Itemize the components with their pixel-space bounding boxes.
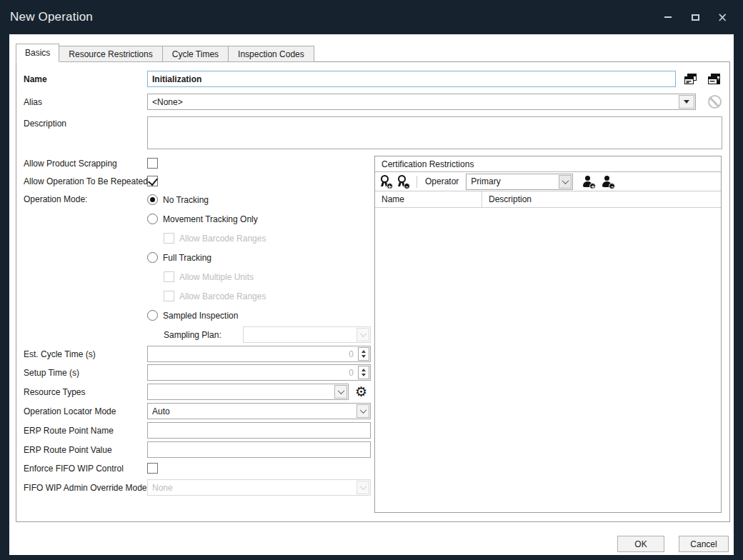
- add-certification-icon[interactable]: +: [379, 175, 392, 188]
- alias-dropdown-button[interactable]: [679, 95, 694, 109]
- no-tracking-label: No Tracking: [163, 195, 209, 205]
- movement-allow-barcode-checkbox: [164, 233, 174, 244]
- full-allow-multiple-units-label: Allow Multiple Units: [179, 272, 254, 282]
- operation-locator-label: Operation Locator Mode: [24, 406, 147, 416]
- enforce-fifo-checkbox[interactable]: [147, 463, 158, 474]
- resource-types-settings-gear-icon[interactable]: ⚙: [355, 385, 367, 399]
- full-allow-barcode-row: Allow Barcode Ranges: [164, 286, 371, 306]
- radio-no-tracking[interactable]: No Tracking: [147, 190, 371, 209]
- fifo-admin-override-combobox: None: [147, 479, 371, 496]
- column-header-description[interactable]: Description: [482, 191, 721, 207]
- sampled-inspection-radio[interactable]: [147, 310, 158, 321]
- chevron-down-icon: [359, 406, 366, 414]
- sampling-plan-label: Sampling Plan:: [164, 330, 243, 340]
- chevron-down-icon: [337, 387, 344, 394]
- est-cycle-time-spinner[interactable]: 0: [147, 346, 371, 362]
- spin-up-icon[interactable]: [361, 369, 366, 371]
- window-title: New Operation: [10, 10, 93, 24]
- movement-tracking-radio[interactable]: [147, 214, 158, 224]
- chevron-down-icon: [562, 177, 569, 184]
- radio-sampled-inspection[interactable]: Sampled Inspection: [147, 306, 371, 325]
- localized-text-edit-icon[interactable]: [707, 73, 721, 85]
- operation-locator-dropdown-button[interactable]: [356, 404, 369, 418]
- alias-row: Alias <None>: [24, 94, 729, 110]
- maximize-icon: [692, 14, 699, 21]
- full-tracking-radio[interactable]: [147, 252, 158, 263]
- clear-alias-icon: [708, 95, 722, 109]
- full-allow-barcode-label: Allow Barcode Ranges: [179, 291, 266, 301]
- alias-combobox[interactable]: <None>: [147, 94, 696, 110]
- allow-operation-repeated-checkbox[interactable]: [147, 176, 158, 186]
- sampling-plan-row: Sampling Plan:: [164, 325, 371, 344]
- spin-down-icon[interactable]: [361, 374, 366, 376]
- localized-text-icon[interactable]: [684, 73, 697, 85]
- dialog-content: Basics Resource Restrictions Cycle Times…: [9, 34, 734, 555]
- movement-tracking-label: Movement Tracking Only: [163, 214, 258, 224]
- erp-route-point-name-input[interactable]: [147, 422, 371, 439]
- operation-locator-value: Auto: [148, 404, 356, 419]
- tab-cycle-times[interactable]: Cycle Times: [162, 46, 229, 62]
- minimize-button[interactable]: [663, 12, 673, 22]
- remove-operator-icon[interactable]: -: [602, 176, 614, 188]
- sampled-inspection-label: Sampled Inspection: [163, 311, 238, 321]
- allow-operation-repeated-label: Allow Operation To Be Repeated: [24, 176, 147, 186]
- description-input[interactable]: [147, 116, 722, 149]
- spin-up-icon[interactable]: [361, 350, 366, 353]
- tab-strip: Basics Resource Restrictions Cycle Times…: [16, 46, 314, 62]
- movement-allow-barcode-label: Allow Barcode Ranges: [179, 234, 266, 244]
- allow-product-scrapping-label: Allow Product Scrapping: [24, 159, 147, 169]
- setup-time-value: 0: [148, 365, 357, 380]
- basics-tab-page: Name: [16, 61, 730, 522]
- name-row: Name: [24, 71, 729, 87]
- tab-inspection-codes[interactable]: Inspection Codes: [228, 46, 314, 62]
- maximize-button[interactable]: [690, 12, 700, 22]
- description-label: Description: [24, 116, 147, 129]
- setup-time-spinner[interactable]: 0: [147, 364, 371, 381]
- est-cycle-time-spin-buttons[interactable]: [358, 347, 369, 361]
- ok-button[interactable]: OK: [617, 536, 664, 552]
- certification-table-body[interactable]: [375, 208, 721, 512]
- remove-certification-icon[interactable]: -: [397, 175, 409, 188]
- operator-label: Operator: [425, 176, 459, 186]
- radio-full-tracking[interactable]: Full Tracking: [147, 248, 371, 267]
- resource-types-combobox[interactable]: [147, 384, 349, 400]
- add-operator-icon[interactable]: +: [582, 176, 594, 188]
- certification-toolbar: + - Operator Primary + -: [375, 172, 721, 191]
- setup-time-label: Setup Time (s): [24, 368, 147, 378]
- operator-combobox[interactable]: Primary: [466, 174, 573, 190]
- chevron-down-icon: [684, 100, 689, 104]
- tab-resource-restrictions[interactable]: Resource Restrictions: [59, 46, 162, 62]
- operation-locator-combobox[interactable]: Auto: [147, 403, 371, 419]
- minimize-icon: [664, 16, 672, 18]
- alias-label: Alias: [24, 97, 147, 107]
- operator-dropdown-button[interactable]: [559, 175, 572, 189]
- close-icon: ×: [717, 12, 727, 22]
- chevron-down-icon: [359, 483, 366, 490]
- est-cycle-time-value: 0: [148, 346, 357, 361]
- tab-basics[interactable]: Basics: [16, 44, 59, 62]
- column-header-name[interactable]: Name: [375, 191, 482, 207]
- operator-value: Primary: [467, 174, 558, 189]
- movement-allow-barcode-row: Allow Barcode Ranges: [164, 229, 371, 248]
- resource-types-value: [148, 384, 334, 399]
- close-button[interactable]: ×: [717, 12, 727, 22]
- chevron-down-icon: [359, 330, 366, 337]
- full-allow-barcode-checkbox: [164, 291, 174, 301]
- spin-down-icon[interactable]: [361, 355, 366, 358]
- sampling-plan-value: [244, 327, 356, 342]
- no-tracking-radio[interactable]: [147, 194, 158, 205]
- radio-movement-tracking[interactable]: Movement Tracking Only: [147, 209, 371, 229]
- alias-value: <None>: [148, 94, 678, 109]
- enforce-fifo-label: Enforce FIFO WIP Control: [24, 464, 147, 474]
- new-operation-dialog: { "titlebar": { "title": "New Operation"…: [0, 0, 743, 560]
- cancel-button[interactable]: Cancel: [679, 536, 729, 552]
- operation-mode-group: No Tracking Movement Tracking Only Allow…: [147, 190, 371, 344]
- sampling-plan-dropdown-button: [356, 328, 369, 341]
- erp-route-point-value-input[interactable]: [147, 441, 371, 458]
- setup-time-spin-buttons[interactable]: [358, 366, 369, 379]
- name-input[interactable]: [147, 71, 676, 87]
- fifo-admin-override-label: FIFO WIP Admin Override Mode: [24, 483, 147, 493]
- certification-restrictions-panel: Certification Restrictions + - Operator …: [374, 156, 722, 513]
- allow-product-scrapping-checkbox[interactable]: [147, 158, 158, 169]
- resource-types-dropdown-button[interactable]: [334, 385, 347, 399]
